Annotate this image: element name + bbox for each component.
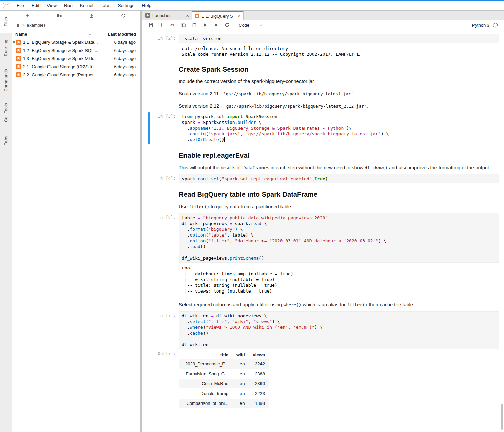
code-editor[interactable]: from pyspark.sql import SparkSession spa… bbox=[179, 112, 499, 144]
cell-prompt bbox=[146, 145, 179, 173]
run-cell-button[interactable] bbox=[201, 21, 209, 29]
code-editor[interactable]: !scala -version bbox=[179, 34, 499, 43]
menu-bar: File Edit View Run Kernel Tabs Settings … bbox=[0, 1, 504, 11]
scrollbar-thumb[interactable] bbox=[501, 404, 503, 430]
menu-item-run[interactable]: Run bbox=[60, 3, 76, 8]
cell-input-area: In [4]:spark.conf.set("spark.sql.repl.ea… bbox=[146, 174, 504, 183]
add-cell-button[interactable] bbox=[157, 21, 166, 29]
copy-cells-button[interactable] bbox=[179, 21, 188, 29]
file-modified: 6 days ago bbox=[99, 72, 140, 77]
cut-cells-button[interactable]: ✂ bbox=[168, 21, 177, 29]
stream-output: cat: /release: No such file or directory… bbox=[179, 43, 360, 58]
text-cursor bbox=[224, 137, 225, 142]
code-editor[interactable]: table = "bigquery-public-data.wikipedia.… bbox=[179, 213, 499, 263]
cell-input-area: In [7]:df_wiki_en = df_wiki_pageviews \ … bbox=[146, 311, 504, 349]
output-prompt bbox=[146, 263, 179, 295]
file-modified: 6 days ago bbox=[99, 64, 140, 69]
file-row[interactable]: 1.2. BigQuery Storage & Spark SQL ... 6 … bbox=[12, 46, 140, 54]
markdown-cell[interactable]: Read BigQuery table into Spark DataFrame… bbox=[146, 184, 504, 212]
sidebar-tab-commands[interactable]: Commands bbox=[0, 63, 12, 97]
markdown-cell[interactable]: Select required columns and apply a filt… bbox=[146, 296, 504, 310]
panel-resize-handle[interactable] bbox=[140, 11, 142, 432]
sidebar-tab-tabs[interactable]: Tabs bbox=[0, 128, 12, 153]
close-icon[interactable]: × bbox=[237, 14, 240, 19]
code-cell[interactable]: In [3]:from pyspark.sql import SparkSess… bbox=[146, 112, 504, 144]
markdown-heading: Read BigQuery table into Spark DataFrame bbox=[179, 191, 499, 199]
code-editor[interactable]: spark.conf.set("spark.sql.repl.eagerEval… bbox=[179, 174, 499, 183]
dataframe-cell: 2020_Democratic_P... bbox=[179, 359, 232, 369]
markdown-paragraph: Scala version 2.12 - 'gs://spark-lib/big… bbox=[179, 102, 499, 110]
markdown-content: Read BigQuery table into Spark DataFrame… bbox=[179, 184, 504, 212]
sidebar-tab-cell-tools[interactable]: Cell Tools bbox=[0, 97, 12, 128]
breadcrumb-separator: > bbox=[22, 23, 25, 28]
sidebar-tab-running[interactable]: Running bbox=[0, 33, 12, 63]
code-cell[interactable]: In [5]:table = "bigquery-public-data.wik… bbox=[146, 213, 504, 295]
notebook-file-icon bbox=[16, 40, 21, 45]
dataframe-row: Donald_trumpen2223 bbox=[179, 389, 269, 398]
menu-item-help[interactable]: Help bbox=[138, 3, 155, 8]
output-prompt: Out[7]: bbox=[146, 349, 179, 409]
kernel-indicator[interactable]: Python 3 bbox=[472, 23, 498, 28]
new-folder-button[interactable] bbox=[56, 12, 63, 19]
cell-input-area: In [5]:table = "bigquery-public-data.wik… bbox=[146, 213, 504, 263]
file-modified: 6 days ago bbox=[99, 56, 140, 61]
menu-item-file[interactable]: File bbox=[13, 3, 28, 8]
dataframe-cell: en bbox=[232, 389, 249, 398]
code-cell[interactable]: In [4]:spark.conf.set("spark.sql.repl.ea… bbox=[146, 174, 504, 183]
dataframe-cell: Comparison_of_onl... bbox=[179, 398, 232, 408]
menu-item-edit[interactable]: Edit bbox=[28, 3, 43, 8]
home-icon[interactable] bbox=[16, 23, 20, 28]
cell-output-area: cat: /release: No such file or directory… bbox=[146, 43, 504, 58]
file-row[interactable]: 1.3. BigQuery Storage & Spark MLli... 6 … bbox=[12, 54, 140, 62]
file-row[interactable]: 1.1. BigQuery Storage & Spark Data... 6 … bbox=[12, 38, 140, 46]
upload-button[interactable] bbox=[88, 12, 95, 19]
dataframe-cell: en bbox=[232, 369, 249, 379]
sidebar-tab-files[interactable]: Files bbox=[0, 11, 12, 33]
markdown-heading: Create Spark Session bbox=[179, 65, 499, 73]
file-name: 1.2. BigQuery Storage & Spark SQL ... bbox=[23, 48, 99, 53]
column-header-last-modified[interactable]: Last Modified bbox=[95, 30, 140, 38]
document-tab-bar: Launcher × 1.1. BigQuery S × bbox=[142, 11, 504, 20]
file-modified: 6 days ago bbox=[99, 40, 140, 45]
file-row[interactable]: 2.1. Google Cloud Storage (CSV) & ... 6 … bbox=[12, 62, 140, 71]
tab-launcher[interactable]: Launcher × bbox=[142, 11, 192, 20]
cell-prompt bbox=[146, 296, 179, 310]
activity-bar: Files Running Commands Cell Tools Tabs bbox=[0, 11, 12, 432]
new-launcher-button[interactable] bbox=[24, 12, 31, 19]
column-header-name-label: Name bbox=[15, 32, 27, 37]
notebook-cells: In [2]:!scala -versioncat: /release: No … bbox=[142, 30, 504, 432]
code-text: !scala -version bbox=[179, 34, 499, 43]
breadcrumb: > examples bbox=[12, 21, 140, 30]
file-row[interactable]: 2.2. Google Cloud Storage (Parquet... 6 … bbox=[12, 71, 140, 79]
sidebar-tab-files-label: Files bbox=[4, 17, 8, 26]
code-cell[interactable]: In [7]:df_wiki_en = df_wiki_pageviews \ … bbox=[146, 311, 504, 409]
notebook-file-icon bbox=[16, 72, 21, 77]
cell-type-dropdown[interactable]: Code bbox=[239, 23, 264, 28]
main-area: Launcher × 1.1. BigQuery S × ✂ bbox=[142, 11, 504, 432]
markdown-cell[interactable]: Enable repl.eagerEvalThis will output th… bbox=[146, 145, 504, 173]
cell-prompt: In [7]: bbox=[146, 311, 179, 349]
close-icon[interactable]: × bbox=[186, 13, 189, 18]
column-header-name[interactable]: Name bbox=[12, 30, 95, 38]
cell-prompt: In [3]: bbox=[146, 112, 179, 144]
restart-kernel-button[interactable] bbox=[222, 21, 231, 29]
menu-item-tabs[interactable]: Tabs bbox=[97, 3, 114, 8]
markdown-content: Enable repl.eagerEvalThis will output th… bbox=[179, 145, 504, 173]
markdown-cell[interactable]: Create Spark SessionInclude the correct … bbox=[146, 59, 504, 111]
code-cell[interactable]: In [2]:!scala -versioncat: /release: No … bbox=[146, 34, 504, 58]
scissors-icon: ✂ bbox=[170, 22, 175, 28]
breadcrumb-current-dir[interactable]: examples bbox=[27, 23, 46, 28]
tab-notebook[interactable]: 1.1. BigQuery S × bbox=[192, 11, 244, 20]
code-editor[interactable]: df_wiki_en = df_wiki_pageviews \ .select… bbox=[179, 311, 499, 349]
launcher-icon bbox=[145, 13, 150, 18]
menu-item-kernel[interactable]: Kernel bbox=[76, 3, 97, 8]
sidebar-tab-running-label: Running bbox=[4, 40, 8, 56]
dataframe-row: 2020_Democratic_P...en3242 bbox=[179, 359, 269, 369]
markdown-paragraph: Scala version 2.11 - 'gs://spark-lib/big… bbox=[179, 90, 499, 98]
menu-item-settings[interactable]: Settings bbox=[114, 3, 138, 8]
paste-cells-button[interactable] bbox=[190, 21, 198, 29]
refresh-button[interactable] bbox=[120, 12, 127, 19]
stop-kernel-button[interactable] bbox=[212, 21, 220, 29]
save-button[interactable] bbox=[147, 21, 155, 29]
menu-item-view[interactable]: View bbox=[43, 3, 60, 8]
